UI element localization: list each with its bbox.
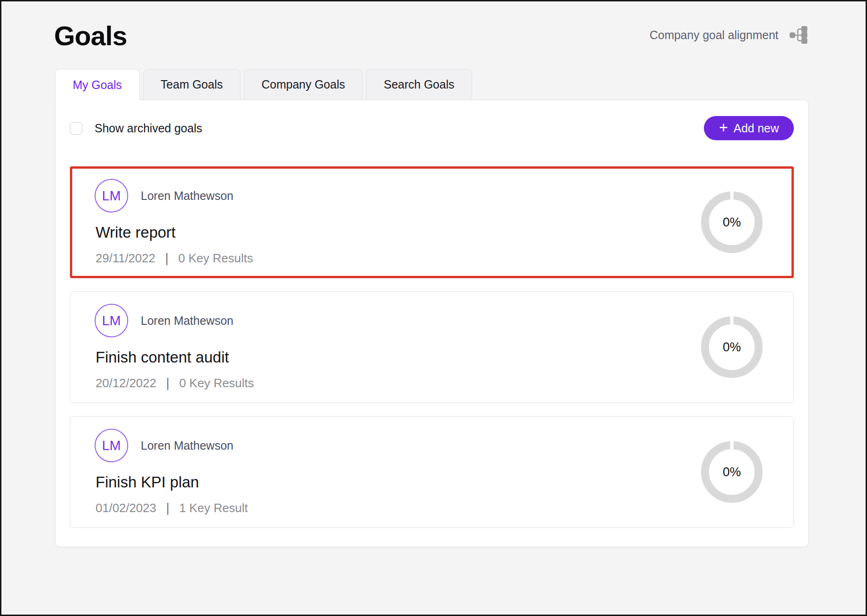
goal-owner-name: Loren Mathewson xyxy=(141,439,234,452)
company-goal-alignment-label: Company goal alignment xyxy=(649,28,778,42)
progress-label: 0% xyxy=(722,340,741,355)
goals-panel: Show archived goals + Add new LM Loren M… xyxy=(55,100,809,547)
owner-row: LM Loren Mathewson xyxy=(95,304,254,337)
page-header: Goals Company goal alignment xyxy=(1,1,866,51)
panel-toolbar: Show archived goals + Add new xyxy=(70,116,794,140)
goal-date: 20/12/2022 xyxy=(96,376,156,390)
goal-title: Write report xyxy=(96,224,253,241)
goal-info: LM Loren Mathewson Write report 29/11/20… xyxy=(95,179,253,266)
show-archived-checkbox[interactable] xyxy=(70,122,83,135)
goal-date: 29/11/2022 xyxy=(96,251,155,266)
goal-key-results: 0 Key Results xyxy=(178,251,253,266)
goal-list: LM Loren Mathewson Write report 29/11/20… xyxy=(70,166,794,528)
meta-separator: | xyxy=(166,500,169,515)
goal-key-results: 0 Key Results xyxy=(179,376,254,390)
tab-team-goals[interactable]: Team Goals xyxy=(143,69,241,100)
meta-separator: | xyxy=(165,251,168,266)
goal-key-results: 1 Key Result xyxy=(179,501,248,515)
owner-row: LM Loren Mathewson xyxy=(95,179,253,212)
progress-ring: 0% xyxy=(701,192,763,253)
tab-bar: My Goals Team Goals Company Goals Search… xyxy=(55,69,866,100)
hierarchy-icon xyxy=(789,25,810,45)
company-goal-alignment-link[interactable]: Company goal alignment xyxy=(649,25,810,45)
goal-meta: 20/12/2022 | 0 Key Results xyxy=(96,376,254,390)
progress-ring: 0% xyxy=(701,441,763,503)
avatar: LM xyxy=(95,429,128,462)
tab-company-goals[interactable]: Company Goals xyxy=(244,69,363,100)
plus-icon: + xyxy=(719,120,728,135)
page-title: Goals xyxy=(54,20,127,51)
goal-info: LM Loren Mathewson Finish content audit … xyxy=(95,304,254,390)
avatar: LM xyxy=(95,179,128,212)
owner-row: LM Loren Mathewson xyxy=(95,429,248,462)
goal-meta: 01/02/2023 | 1 Key Result xyxy=(96,500,248,515)
goal-title: Finish content audit xyxy=(96,349,254,366)
add-new-button[interactable]: + Add new xyxy=(704,116,794,140)
goal-card-write-report[interactable]: LM Loren Mathewson Write report 29/11/20… xyxy=(70,166,794,278)
progress-label: 0% xyxy=(722,215,741,230)
tab-my-goals[interactable]: My Goals xyxy=(55,69,140,101)
show-archived-label: Show archived goals xyxy=(95,122,202,135)
progress-ring: 0% xyxy=(701,316,763,378)
add-new-label: Add new xyxy=(734,122,779,135)
tab-search-goals[interactable]: Search Goals xyxy=(366,69,472,100)
goal-info: LM Loren Mathewson Finish KPI plan 01/02… xyxy=(95,429,248,515)
show-archived-toggle[interactable]: Show archived goals xyxy=(70,122,202,135)
goal-owner-name: Loren Mathewson xyxy=(141,189,234,203)
avatar: LM xyxy=(95,304,128,337)
progress-label: 0% xyxy=(722,465,741,479)
goal-owner-name: Loren Mathewson xyxy=(141,314,234,328)
goal-date: 01/02/2023 xyxy=(96,501,156,515)
goal-title: Finish KPI plan xyxy=(96,473,248,491)
meta-separator: | xyxy=(166,376,169,390)
goal-card-finish-kpi-plan[interactable]: LM Loren Mathewson Finish KPI plan 01/02… xyxy=(70,416,794,528)
goal-meta: 29/11/2022 | 0 Key Results xyxy=(96,251,253,266)
goal-card-finish-content-audit[interactable]: LM Loren Mathewson Finish content audit … xyxy=(70,291,794,403)
